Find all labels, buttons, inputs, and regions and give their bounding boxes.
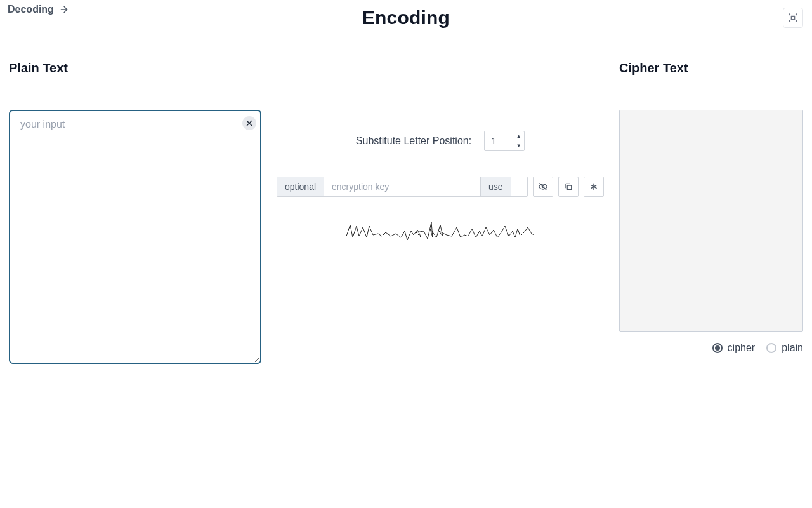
asterisk-icon [589, 182, 598, 191]
radio-checked-icon [712, 343, 723, 353]
step-down-button[interactable]: ▼ [513, 141, 524, 150]
radio-plain-label: plain [782, 342, 803, 354]
copy-icon [564, 182, 573, 191]
cipher-text-title: Cipher Text [619, 61, 803, 76]
radio-unchecked-icon [766, 343, 776, 353]
clear-input-button[interactable] [242, 116, 256, 130]
svg-point-1 [789, 14, 790, 15]
copy-key-button[interactable] [558, 177, 579, 197]
position-input[interactable] [485, 131, 513, 150]
radio-cipher-label: cipher [728, 342, 756, 354]
decoding-link[interactable]: Decoding [8, 4, 69, 15]
cipher-text-output [619, 110, 803, 332]
svg-point-3 [789, 21, 790, 22]
expand-icon [788, 13, 798, 23]
output-mode-cipher[interactable]: cipher [712, 342, 756, 354]
svg-rect-10 [567, 185, 571, 189]
page-title: Encoding [362, 7, 450, 29]
plain-text-input[interactable] [9, 110, 261, 364]
output-mode-plain[interactable]: plain [766, 342, 803, 354]
eye-off-icon [539, 182, 547, 191]
decorative-scribble [345, 218, 535, 244]
step-up-button[interactable]: ▲ [513, 131, 524, 141]
svg-point-4 [796, 21, 797, 22]
close-icon [246, 119, 253, 127]
plain-text-title: Plain Text [9, 61, 261, 76]
use-key-button[interactable]: use [480, 177, 511, 196]
svg-point-2 [796, 14, 797, 15]
optional-addon: optional [277, 177, 324, 196]
encryption-key-input[interactable] [324, 177, 480, 196]
generate-key-button[interactable] [584, 177, 604, 197]
svg-rect-5 [791, 16, 794, 19]
arrow-right-icon [59, 4, 69, 15]
fullscreen-button[interactable] [783, 8, 803, 28]
decoding-link-label: Decoding [8, 4, 54, 15]
substitute-position-label: Substitute Letter Position: [356, 135, 471, 147]
hide-key-button[interactable] [533, 177, 553, 197]
position-stepper[interactable]: ▲ ▼ [484, 131, 525, 151]
